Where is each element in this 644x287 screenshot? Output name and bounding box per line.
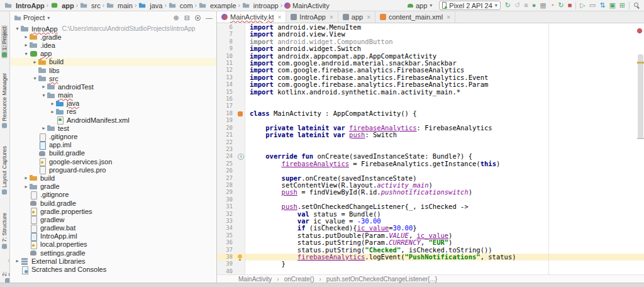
search-everywhere-icon[interactable] [633,2,640,9]
collapse-all-button[interactable]: ⊟ [184,14,190,22]
chevron-right-icon[interactable]: ▸ [23,175,30,181]
coverage-button[interactable]: ▦ [540,2,546,9]
tree-item--gitignore[interactable]: .gitignore [10,132,216,140]
tree-item-introapp-iml[interactable]: IntroApp.iml [10,232,216,240]
tab-mainactivity-kt[interactable]: MainActivity.kt× [217,11,286,23]
code-line-29[interactable]: 29 push = findViewById(R.id.pushnotifica… [217,189,644,196]
tree-item-proguard-rules-pro[interactable]: proguard-rules.pro [10,166,216,174]
tree-item-external-libraries[interactable]: ▸External Libraries [10,257,216,265]
run-config-select[interactable]: app ▾ [405,1,435,10]
chevron-down-icon[interactable]: ▾ [23,51,30,57]
stripe-mark[interactable] [637,138,644,139]
breadcrumb-com[interactable]: com [169,2,193,9]
debug-button[interactable]: ● [532,2,536,9]
profiler-button[interactable]: ◔ [550,2,555,9]
locate-file-button[interactable]: ⊕ [174,14,179,22]
device-monitor-button[interactable]: ▭ [589,2,596,9]
tree-item-main[interactable]: ▾main [10,91,216,99]
toolwindow-button-layout-captures[interactable]: Layout Captures [1,145,8,196]
hide-panel-button[interactable]: — [206,14,213,21]
chevron-down-icon[interactable]: ▾ [31,76,38,81]
chevron-right-icon[interactable]: ▸ [49,101,56,106]
tree-item-gradle-properties[interactable]: gradle.properties [10,207,216,215]
tree-item-google-services-json[interactable]: google-services.json [10,157,216,166]
breadcrumb-introapp[interactable]: IntroApp [4,2,45,9]
breadcrumb-mainactivity[interactable]: MainActivity [284,2,330,9]
tree-item-build-gradle[interactable]: build.gradle [10,149,216,157]
toolwindow-button--project[interactable]: 1: Project [1,25,8,59]
breadcrumb-src[interactable]: src [80,2,101,9]
tree-item-settings-gradle[interactable]: settings.gradle [10,249,216,257]
chevron-down-icon[interactable]: ▾ [40,93,47,98]
apply-changes-button[interactable]: ↻ [558,2,564,9]
chevron-right-icon[interactable]: ▸ [23,34,30,40]
editor-breadcrumb-item[interactable]: push.setOnCheckedChangeListener{...} [326,276,437,283]
tab-app[interactable]: app× [338,11,375,23]
tab-content-main-xml[interactable]: content_main.xml× [375,11,455,23]
tree-item-gradlew-bat[interactable]: gradlew.bat [10,224,216,232]
stop-button[interactable]: ■ [568,2,572,9]
breadcrumb-app[interactable]: app [50,2,74,9]
close-icon[interactable]: × [367,14,370,21]
tree-item-test[interactable]: ▸test [10,124,216,132]
close-icon[interactable]: × [330,14,333,21]
tree-item--gradle[interactable]: ▸.gradle [10,33,216,41]
tree-item-app[interactable]: ▾app [10,50,216,58]
tree-item-scratches-and-consoles[interactable]: Scratches and Consoles [10,265,216,273]
editor-scrollbar-thumb[interactable] [638,54,643,139]
code-line-22[interactable]: 22 [217,139,644,146]
device-select[interactable]: Pixel 2 API 24 ▾ [439,1,501,10]
tree-item--gitignore[interactable]: .gitignore [10,191,216,199]
sdk-manager-button[interactable]: ⊞ [619,2,625,9]
error-stripe[interactable] [636,24,644,274]
tree-item-gradle[interactable]: ▸gradle [10,183,216,191]
code-editor[interactable]: 6import android.view.MenuItem7import and… [217,24,644,274]
chevron-right-icon[interactable]: ▸ [40,125,47,131]
tree-item-build[interactable]: ▸build [10,174,216,182]
code-line-39[interactable]: 39 } [217,261,644,267]
chevron-right-icon[interactable]: ▸ [31,59,38,65]
code-line-16[interactable]: 16 [217,96,644,103]
rerun-button[interactable]: ↺ [514,2,520,9]
toolwindow-button--structure[interactable]: 7: Structure [1,211,8,250]
tree-item--idea[interactable]: ▸.idea [10,41,216,49]
device-manager-button[interactable]: ▣ [609,2,615,9]
code-line-25[interactable]: 25 firebaseAnalytics = FirebaseAnalytics… [217,160,644,167]
chevron-down-icon[interactable]: ▾ [14,26,21,31]
run-configurations-button[interactable]: ≡ [524,2,528,9]
tree-item-src[interactable]: ▾src [10,74,216,82]
editor-breadcrumb-item[interactable]: onCreate() [284,276,314,283]
tree-item-androidtest[interactable]: ▸androidTest [10,82,216,91]
tree-item-java[interactable]: ▸java [10,99,216,108]
chevron-down-icon[interactable]: ▾ [47,15,50,21]
stripe-mark[interactable] [637,62,644,64]
gear-icon[interactable] [195,15,201,21]
tree-item-androidmanifest-xml[interactable]: AndroidManifest.xml [10,116,216,124]
breadcrumb-main[interactable]: main [106,2,133,9]
run-button[interactable]: ↻ [505,2,511,9]
sync-gradle-button[interactable]: ⇅ [599,2,605,9]
toolwindow-button-resource-manager[interactable]: Resource Manager [1,72,8,130]
attach-debugger-button[interactable]: ▷ [580,2,585,9]
chevron-right-icon[interactable]: ▸ [40,84,47,89]
breadcrumb-example[interactable]: example [199,2,236,9]
code-line-18[interactable]: 18class MainActivity : AppCompatActivity… [217,110,644,117]
tree-item-app-iml[interactable]: app.iml [10,141,216,149]
close-icon[interactable]: × [277,14,281,21]
tree-item-local-properties[interactable]: local.properties [10,240,216,249]
toolwindow-button--favorites[interactable]: 2: Favorites [1,252,10,283]
tree-item-build[interactable]: ▸build [10,58,216,66]
chevron-right-icon[interactable]: ▸ [23,42,30,48]
chevron-right-icon[interactable]: ▸ [14,258,21,264]
tab-introapp[interactable]: IntroApp× [286,11,338,23]
code-line-15[interactable]: 15import kotlinx.android.synthetic.main.… [217,89,644,96]
code-line-21[interactable]: 21 private lateinit var push: Switch [217,132,644,138]
breadcrumb-introapp[interactable]: introapp [242,2,279,9]
tree-item-res[interactable]: ▸res [10,108,216,116]
project-panel-title[interactable]: Project [23,14,45,21]
close-icon[interactable]: × [447,14,450,21]
tree-item-introapp[interactable]: ▾IntroAppC:\Users\marcu\AndroidStudioPro… [10,25,216,33]
tree-item-gradlew[interactable]: gradlew [10,215,216,223]
tree-item-libs[interactable]: libs [10,66,216,74]
chevron-right-icon[interactable]: ▸ [23,184,30,189]
